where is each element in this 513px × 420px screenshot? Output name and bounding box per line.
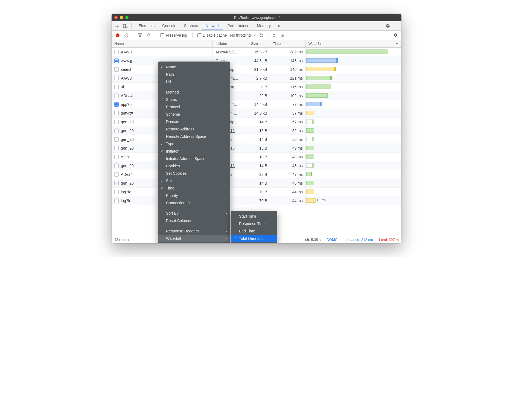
- table-row[interactable]: gen_20(index):11615 B52 ms: [112, 126, 401, 135]
- file-icon: [114, 129, 119, 133]
- menu-item-status[interactable]: Status: [158, 96, 230, 103]
- tab-network[interactable]: Network: [202, 22, 223, 30]
- device-icon[interactable]: [121, 22, 129, 30]
- menu-item-waterfall[interactable]: Waterfall: [158, 235, 230, 242]
- download-icon[interactable]: [279, 31, 287, 39]
- col-waterfall[interactable]: Waterfall ▼: [306, 40, 401, 47]
- throttling-select[interactable]: No throttling: [230, 33, 256, 37]
- table-row[interactable]: uim=DhPYm...0 B115 ms: [112, 83, 401, 91]
- table-row[interactable]: log?fo70 B44 ms: [112, 188, 401, 196]
- tab-sources[interactable]: Sources: [181, 22, 201, 30]
- waterfall-cell: [306, 188, 401, 196]
- menu-item-time[interactable]: Time: [158, 184, 230, 192]
- size-cell: 0 B: [248, 83, 270, 91]
- col-time[interactable]: Time: [270, 40, 306, 47]
- table-row[interactable]: www.gOther44.3 kB148 ms: [112, 56, 401, 65]
- upload-icon[interactable]: [270, 31, 278, 39]
- menu-item-priority[interactable]: Priority: [158, 192, 230, 199]
- submenu-item-latency[interactable]: Latency: [231, 242, 277, 243]
- status-requests: 43 reques: [114, 238, 130, 242]
- table-row[interactable]: gen_20m=cdos,dp...14 B57 ms: [112, 118, 401, 126]
- size-cell: 14 B: [248, 135, 270, 144]
- menu-item-sort-by[interactable]: Sort By: [158, 209, 230, 217]
- table-row[interactable]: searchm=cdos,dp...21.0 kB140 ms: [112, 65, 401, 74]
- col-size[interactable]: Size: [248, 40, 270, 47]
- menu-item-initiator[interactable]: Initiator: [158, 147, 230, 155]
- menu-item-remote-address-space[interactable]: Remote Address Space: [158, 133, 230, 140]
- svg-point-4: [396, 25, 397, 26]
- tab-performance[interactable]: Performance: [224, 22, 252, 30]
- column-context-menu[interactable]: NamePathUrlMethodStatusProtocolSchemeDom…: [158, 62, 230, 243]
- request-name: log?fo: [121, 190, 131, 194]
- record-button[interactable]: [114, 31, 121, 39]
- size-cell: 14 B: [248, 118, 270, 126]
- table-row[interactable]: get?rt=rs=AA2YrT...14.8 kB57 ms: [112, 109, 401, 118]
- menu-item-domain[interactable]: Domain: [158, 118, 230, 125]
- settings-icon[interactable]: [392, 31, 399, 39]
- request-name: AAWU: [121, 50, 132, 54]
- tab-memory[interactable]: Memory: [254, 22, 274, 30]
- menu-item-reset-columns[interactable]: Reset Columns: [158, 217, 230, 224]
- size-cell: 70 B: [248, 196, 270, 205]
- inspect-icon[interactable]: [113, 22, 121, 30]
- time-cell: 50 ms: [270, 135, 306, 144]
- menu-item-connection-id[interactable]: Connection ID: [158, 199, 230, 206]
- window-title: DevTools - www.google.com/: [115, 16, 399, 20]
- request-name: gen_20: [121, 181, 134, 185]
- network-conditions-icon[interactable]: [257, 31, 264, 39]
- menu-item-type[interactable]: Type: [158, 140, 230, 147]
- table-row[interactable]: ADea4app?origin...22 B47 ms: [112, 170, 401, 179]
- menu-item-initiator-address-space[interactable]: Initiator Address Space: [158, 155, 230, 162]
- menu-item-scheme[interactable]: Scheme: [158, 110, 230, 118]
- filter-icon[interactable]: [136, 31, 144, 39]
- table-row[interactable]: app?ors=AA2YrT...14.4 kB73 ms: [112, 100, 401, 109]
- settings-icon[interactable]: [384, 22, 392, 30]
- waterfall-cell: [306, 56, 401, 65]
- tab-elements[interactable]: Elements: [135, 22, 158, 30]
- table-row[interactable]: ADea4(index)22 B102 ms: [112, 91, 401, 100]
- table-row[interactable]: client_(index):318 B48 ms: [112, 153, 401, 161]
- separator: [131, 23, 132, 29]
- time-cell: 52 ms: [270, 126, 306, 135]
- table-row[interactable]: log?fo70 B44 ms1 ms: [112, 196, 401, 205]
- table-row[interactable]: AAWUADea4I7IfZ...15.3 kB382 ms: [112, 48, 401, 56]
- waterfall-cell: [306, 65, 401, 74]
- menu-item-set-cookies[interactable]: Set Cookies: [158, 170, 230, 177]
- submenu-item-response-time[interactable]: Response Time: [231, 220, 277, 227]
- tab-more[interactable]: »: [275, 22, 283, 30]
- menu-item-name[interactable]: Name: [158, 63, 230, 71]
- menu-item-url[interactable]: Url: [158, 78, 230, 85]
- disable-cache-checkbox[interactable]: Disable cache: [197, 33, 227, 37]
- file-icon: [114, 76, 119, 80]
- status-load: Load: 397 m: [379, 238, 399, 242]
- svg-line-7: [125, 34, 127, 36]
- col-initiator[interactable]: Initiator: [213, 40, 248, 47]
- svg-point-3: [396, 24, 397, 25]
- table-row[interactable]: AAWUADea4I7IfZ...2.7 kB121 ms: [112, 74, 401, 83]
- menu-item-cookies[interactable]: Cookies: [158, 162, 230, 170]
- clear-icon[interactable]: [123, 31, 130, 39]
- preserve-log-checkbox[interactable]: Preserve log: [160, 33, 187, 37]
- submenu-item-end-time[interactable]: End Time: [231, 227, 277, 235]
- col-name[interactable]: Name: [112, 40, 213, 47]
- tab-console[interactable]: Console: [159, 22, 179, 30]
- table-row[interactable]: gen_20(index):11615 B49 ms: [112, 144, 401, 153]
- initiator-cell[interactable]: ADea4I7IfZ...: [213, 48, 248, 56]
- table-row[interactable]: gen_2014 B46 ms: [112, 179, 401, 188]
- menu-item-method[interactable]: Method: [158, 88, 230, 96]
- submenu-item-total-duration[interactable]: Total Duration: [231, 235, 277, 242]
- menu-item-remote-address[interactable]: Remote Address: [158, 125, 230, 133]
- kebab-icon[interactable]: [392, 22, 400, 30]
- table-row[interactable]: gen_20(index):21514 B48 ms: [112, 161, 401, 170]
- menu-item-protocol[interactable]: Protocol: [158, 103, 230, 110]
- menu-item-path[interactable]: Path: [158, 71, 230, 78]
- status-domcontentloaded: DOMContentLoaded: 212 ms: [327, 238, 373, 242]
- menu-item-response-headers[interactable]: Response Headers: [158, 227, 230, 235]
- table-row[interactable]: gen_20(index):1214 B50 ms: [112, 135, 401, 144]
- search-icon[interactable]: [145, 31, 152, 39]
- size-cell: 15 B: [248, 126, 270, 135]
- size-cell: 22 B: [248, 170, 270, 179]
- waterfall-submenu[interactable]: Start TimeResponse TimeEnd TimeTotal Dur…: [231, 211, 277, 243]
- submenu-item-start-time[interactable]: Start Time: [231, 212, 277, 220]
- menu-item-size[interactable]: Size: [158, 177, 230, 184]
